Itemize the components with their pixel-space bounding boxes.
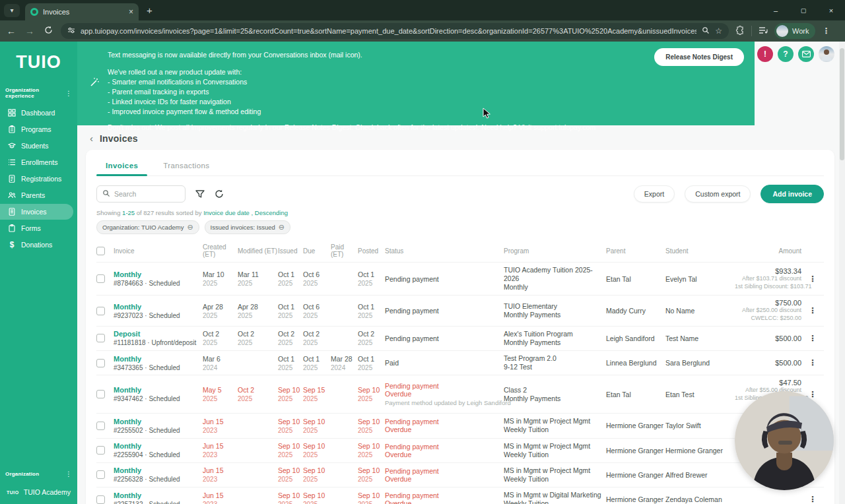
remove-filter-icon[interactable]: ⊖ — [187, 223, 193, 232]
parent-cell[interactable]: Leigh Sandiford — [606, 334, 665, 342]
side-panel-icon[interactable] — [759, 26, 768, 36]
student-cell[interactable]: Sara Berglund — [665, 359, 735, 367]
invoice-type-link[interactable]: Monthly — [114, 303, 203, 311]
minimize-button[interactable]: – — [762, 0, 790, 20]
url-text[interactable]: app.tuiopay.com/invoices/invoices?page=1… — [81, 27, 696, 35]
row-checkbox[interactable] — [96, 390, 105, 398]
extensions-icon[interactable] — [735, 26, 745, 37]
row-menu-icon[interactable]: ⋮ — [801, 334, 824, 343]
tab-invoices[interactable]: Invoices — [104, 156, 139, 175]
table-row[interactable]: Monthly #2256328 · Scheduled Jun 152023 … — [96, 462, 824, 487]
invoice-type-link[interactable]: Deposit — [114, 330, 203, 338]
parent-cell[interactable]: Hermione Granger — [606, 495, 665, 503]
parent-cell[interactable]: Hermione Granger — [606, 447, 665, 455]
invoice-type-link[interactable]: Monthly — [114, 491, 203, 499]
search-box[interactable] — [96, 185, 186, 203]
close-button[interactable]: × — [817, 0, 845, 20]
release-notes-digest-button[interactable]: Release Notes Digest — [654, 48, 744, 66]
table-row[interactable]: Monthly #2255502 · Scheduled Jun 152023 … — [96, 413, 824, 437]
back-icon[interactable]: ← — [5, 26, 17, 36]
sort-direction[interactable]: , Descending — [252, 209, 288, 216]
parent-cell[interactable]: Maddy Curry — [606, 307, 665, 315]
scrollbar-thumb[interactable] — [840, 48, 844, 160]
filter-chip-organization[interactable]: Organization: TUIO Academy ⊖ — [96, 220, 199, 234]
custom-export-button[interactable]: Custom export — [685, 185, 751, 203]
student-cell[interactable]: Alfred Brewer — [665, 471, 735, 479]
tab-search-button[interactable]: ▾ — [4, 4, 20, 17]
sidebar-item-enrollments[interactable]: Enrollments — [0, 154, 77, 170]
invoice-type-link[interactable]: Monthly — [114, 466, 203, 474]
user-avatar[interactable] — [819, 46, 834, 62]
row-checkbox[interactable] — [96, 307, 105, 315]
sidebar-item-parents[interactable]: Parents — [0, 187, 77, 203]
parent-cell[interactable]: Etan Tal — [606, 275, 665, 283]
sidebar-item-registrations[interactable]: Registrations — [0, 171, 77, 187]
sidebar-item-invoices[interactable]: Invoices — [0, 204, 73, 220]
help-icon[interactable]: ? — [778, 46, 794, 62]
student-cell[interactable]: Hermione Granger — [665, 447, 735, 455]
refresh-icon[interactable] — [215, 189, 224, 199]
row-menu-icon[interactable]: ⋮ — [801, 495, 824, 504]
browser-menu-icon[interactable]: ⋮ — [822, 26, 830, 36]
invoice-type-link[interactable]: Monthly — [114, 442, 203, 450]
mail-icon[interactable] — [798, 46, 814, 62]
invoice-type-link[interactable]: Monthly — [114, 418, 203, 425]
student-cell[interactable]: No Name — [665, 307, 735, 315]
browser-tab[interactable]: Invoices × — [25, 3, 139, 20]
parent-cell[interactable]: Linnea Berglund — [606, 359, 665, 367]
page-scrollbar[interactable] — [839, 42, 845, 504]
row-checkbox[interactable] — [96, 470, 105, 479]
student-cell[interactable]: Test Name — [665, 334, 735, 342]
url-bar[interactable]: app.tuiopay.com/invoices/invoices?page=1… — [61, 23, 729, 39]
add-invoice-button[interactable]: Add invoice — [760, 185, 824, 203]
filter-chip-issued[interactable]: Issued invoices: Issued ⊖ — [205, 220, 290, 234]
sidebar-section-menu-icon[interactable]: ⋮ — [65, 90, 72, 97]
browser-profile-chip[interactable]: Work — [774, 23, 815, 39]
remove-filter-icon[interactable]: ⊖ — [279, 223, 285, 232]
sidebar-item-dashboard[interactable]: Dashboard — [0, 105, 77, 121]
row-checkbox[interactable] — [96, 446, 105, 455]
student-cell[interactable]: Taylor Swift — [665, 422, 735, 429]
parent-cell[interactable]: Etan Tal — [606, 391, 665, 398]
maximize-button[interactable]: ▢ — [790, 0, 817, 20]
bookmark-star-icon[interactable]: ☆ — [715, 26, 722, 36]
table-row[interactable]: Deposit #11181818 · Upfront/deposit Oct … — [96, 326, 824, 350]
search-input[interactable] — [114, 190, 174, 198]
sidebar-item-donations[interactable]: $ Donations — [0, 237, 77, 253]
site-settings-icon[interactable] — [67, 26, 75, 36]
filter-icon[interactable] — [195, 190, 205, 199]
parent-cell[interactable]: Hermione Granger — [606, 471, 665, 479]
select-all-checkbox[interactable] — [96, 247, 105, 255]
invoice-type-link[interactable]: Monthly — [114, 355, 203, 363]
row-checkbox[interactable] — [96, 274, 105, 283]
back-chevron-icon[interactable]: ‹ — [90, 133, 93, 144]
invoice-type-link[interactable]: Monthly — [114, 386, 203, 394]
sidebar-item-programs[interactable]: Programs — [0, 121, 77, 137]
tab-close-icon[interactable]: × — [129, 7, 133, 16]
row-menu-icon[interactable]: ⋮ — [801, 274, 824, 284]
invoice-type-link[interactable]: Monthly — [114, 270, 203, 278]
row-checkbox[interactable] — [96, 495, 105, 504]
row-checkbox[interactable] — [96, 359, 105, 367]
new-tab-button[interactable]: + — [147, 5, 152, 16]
export-button[interactable]: Export — [634, 185, 675, 203]
sidebar-org-switcher[interactable]: TUIO TUIO Academy — [0, 488, 77, 496]
sort-field[interactable]: Invoice due date — [203, 209, 250, 216]
notifications-icon[interactable]: ! — [757, 46, 773, 62]
search-icon[interactable] — [702, 26, 710, 36]
row-checkbox[interactable] — [96, 334, 105, 342]
sidebar-org-menu-icon[interactable]: ⋮ — [65, 470, 72, 478]
table-row[interactable]: Monthly #8784663 · Scheduled Mar 102025 … — [96, 262, 824, 295]
row-menu-icon[interactable]: ⋮ — [801, 358, 824, 367]
tab-transactions[interactable]: Transactions — [162, 156, 211, 175]
table-row[interactable]: Monthly #9347462 · Scheduled May 52025 O… — [96, 375, 824, 413]
sidebar-item-forms[interactable]: Forms — [0, 220, 77, 236]
table-row[interactable]: Monthly #3473365 · Scheduled Mar 62024 O… — [96, 350, 824, 375]
table-row[interactable]: Monthly #2255904 · Scheduled Jun 152023 … — [96, 438, 824, 462]
student-cell[interactable]: Zendaya Coleman — [665, 495, 735, 503]
row-checkbox[interactable] — [96, 422, 105, 430]
forward-icon[interactable]: → — [24, 26, 36, 36]
table-row[interactable]: Monthly #2257132 · Scheduled Jun 152023 … — [96, 487, 824, 504]
student-cell[interactable]: Etan Test — [665, 391, 735, 398]
reload-icon[interactable] — [42, 26, 54, 36]
